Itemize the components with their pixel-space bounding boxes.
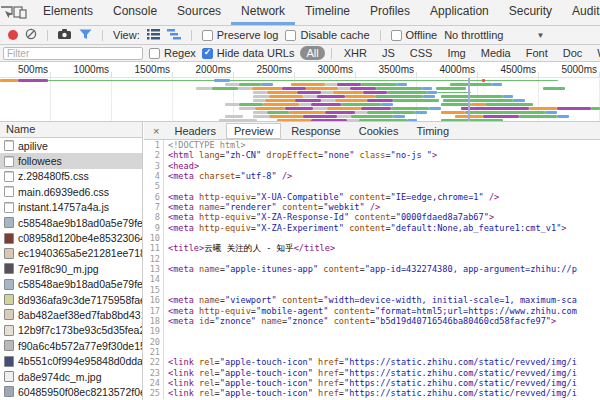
line-number: 6 <box>144 192 164 202</box>
main-tab-profiles[interactable]: Profiles <box>360 0 420 25</box>
detail-tab-timing[interactable]: Timing <box>408 123 457 139</box>
request-row[interactable]: c08958d120be4e853230649… <box>0 230 142 245</box>
type-filter-img[interactable]: Img <box>441 46 471 60</box>
image-thumbnail-icon <box>4 279 14 290</box>
request-name: c58548ae9b18ad0a5e79fe4e… <box>18 278 142 290</box>
request-row[interactable]: apilive <box>0 138 142 153</box>
device-toolbar-icon[interactable] <box>13 0 27 25</box>
waterfall-bar <box>450 83 492 86</box>
request-row[interactable]: z.298480f5.css <box>0 169 142 184</box>
type-filter-media[interactable]: Media <box>475 46 517 60</box>
waterfall-bar <box>557 107 591 110</box>
line-number: 10 <box>144 233 164 243</box>
detail-tab-headers[interactable]: Headers <box>166 123 224 139</box>
regex-checkbox[interactable] <box>149 48 160 59</box>
type-filter-css[interactable]: CSS <box>404 46 439 60</box>
request-list: apilivefolloweesz.298480f5.cssmain.d6939… <box>0 138 142 400</box>
filter-icon[interactable] <box>79 29 92 42</box>
type-filter-font[interactable]: Font <box>520 46 554 60</box>
type-filter-ws[interactable]: WS <box>591 46 600 60</box>
waterfall-bar <box>337 83 361 86</box>
regex-option[interactable]: Regex <box>149 47 196 59</box>
record-button[interactable] <box>8 30 18 40</box>
code-text <box>164 254 168 264</box>
offline-option[interactable]: Offline <box>391 29 438 41</box>
request-name: ec1940365a5e21281ee71856… <box>18 247 142 259</box>
waterfall-bar <box>238 87 252 90</box>
capture-screenshots-icon[interactable] <box>58 29 72 42</box>
request-row[interactable]: instant.14757a4a.js <box>0 200 142 215</box>
request-row[interactable]: da8e974dc_m.jpg <box>0 369 142 384</box>
document-icon <box>4 156 14 167</box>
request-row[interactable]: c58548ae9b18ad0a5e79fe4e… <box>0 277 142 292</box>
source-viewer[interactable]: 1<!DOCTYPE html>2<html lang="zh-CN" drop… <box>144 140 600 400</box>
code-line: 15 <box>144 285 600 295</box>
request-row[interactable]: 4b551c0f994e95848d0dda09… <box>0 353 142 368</box>
timeline-ruler[interactable]: 500ms1000ms1500ms2000ms2500ms3000ms3500m… <box>0 62 600 78</box>
line-number: 23 <box>144 368 164 378</box>
main-tab-security[interactable]: Security <box>499 0 562 25</box>
request-row[interactable]: c58548ae9b18ad0a5e79fe4e… <box>0 215 142 230</box>
line-number: 3 <box>144 161 164 171</box>
clear-icon[interactable] <box>25 28 37 42</box>
waterfall-bar <box>437 92 471 94</box>
main-tab-network[interactable]: Network <box>231 0 295 25</box>
detail-tab-preview[interactable]: Preview <box>226 123 281 139</box>
request-row[interactable]: main.d6939ed6.css <box>0 184 142 199</box>
main-tab-sources[interactable]: Sources <box>167 0 231 25</box>
type-filter-xhr[interactable]: XHR <box>338 46 373 60</box>
detail-pane: × HeadersPreviewResponseCookiesTiming 1<… <box>144 122 600 400</box>
waterfall-bar <box>295 99 321 102</box>
request-row[interactable]: 12b9f7c173be93c5d35fea2d… <box>0 323 142 338</box>
timeline-tick-label: 3500ms <box>359 64 414 75</box>
hide-data-urls-option[interactable]: Hide data URLs <box>202 47 295 59</box>
detail-tab-cookies[interactable]: Cookies <box>351 123 407 139</box>
request-row[interactable]: 7e91f8c90_m.jpg <box>0 261 142 276</box>
line-number: 15 <box>144 285 164 295</box>
request-row[interactable]: 60485950f08ec8213572f0e7… <box>0 384 142 399</box>
disable-cache-option[interactable]: Disable cache <box>285 29 369 41</box>
waterfall-bar <box>282 87 306 90</box>
view-waterfall-icon[interactable] <box>167 29 181 42</box>
request-row[interactable]: ec1940365a5e21281ee71856… <box>0 246 142 261</box>
tick-mark <box>416 72 417 77</box>
detail-tab-response[interactable]: Response <box>283 123 349 139</box>
hide-data-urls-checkbox[interactable] <box>202 48 213 59</box>
code-line: 11<title>云曦 关注的人 - 知乎</title> <box>144 243 600 253</box>
waterfall-bar <box>311 103 341 106</box>
waterfall-bar <box>393 99 439 102</box>
inspect-element-icon[interactable] <box>0 0 13 25</box>
request-row[interactable]: followees <box>0 153 142 168</box>
detail-tabbar: × HeadersPreviewResponseCookiesTiming <box>144 122 600 140</box>
type-filter-all[interactable]: All <box>300 46 324 60</box>
main-tab-elements[interactable]: Elements <box>33 0 103 25</box>
filter-input[interactable] <box>3 47 143 60</box>
waterfall-bar <box>239 107 255 110</box>
offline-checkbox[interactable] <box>391 30 402 41</box>
view-list-icon[interactable] <box>147 29 160 42</box>
main-tab-audits[interactable]: Audits <box>562 0 600 25</box>
preserve-log-option[interactable]: Preserve log <box>202 29 279 41</box>
main-tab-timeline[interactable]: Timeline <box>295 0 360 25</box>
request-row[interactable]: 8d936afa9c3de7175958fae5… <box>0 292 142 307</box>
main-tab-application[interactable]: Application <box>420 0 499 25</box>
close-icon[interactable]: × <box>148 125 164 137</box>
name-column-header[interactable]: Name <box>0 122 142 138</box>
preserve-log-label: Preserve log <box>217 29 279 41</box>
waterfall-bar <box>429 107 441 110</box>
waterfall-overview[interactable] <box>0 78 600 122</box>
preserve-log-checkbox[interactable] <box>202 30 213 41</box>
type-filter-js[interactable]: JS <box>376 46 401 60</box>
main-tab-console[interactable]: Console <box>103 0 167 25</box>
chevron-down-icon[interactable]: ▼ <box>536 31 544 40</box>
code-text: <title>云曦 关注的人 - 知乎</title> <box>164 243 335 253</box>
waterfall-bar <box>253 115 269 118</box>
request-row[interactable]: 8ab482aef38ed7fab8bd4314… <box>0 307 142 322</box>
waterfall-bar <box>263 103 299 106</box>
code-line: 23<link rel="apple-touch-icon" href="htt… <box>144 368 600 378</box>
throttling-select[interactable]: No throttling <box>444 29 503 41</box>
waterfall-bar <box>325 111 355 114</box>
request-row[interactable]: f90a6c4b572a77e9f30de153… <box>0 338 142 353</box>
type-filter-doc[interactable]: Doc <box>557 46 589 60</box>
disable-cache-checkbox[interactable] <box>285 30 296 41</box>
